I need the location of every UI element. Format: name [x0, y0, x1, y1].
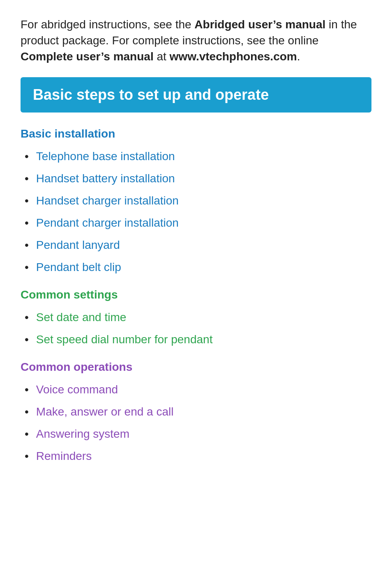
- list-item[interactable]: Pendant charger installation: [25, 214, 371, 232]
- common-settings-list: Set date and time Set speed dial number …: [21, 309, 371, 348]
- list-item[interactable]: Set date and time: [25, 309, 371, 326]
- list-item[interactable]: Set speed dial number for pendant: [25, 331, 371, 348]
- bold-complete-manual: Complete user’s manual: [21, 50, 154, 63]
- list-item[interactable]: Handset battery installation: [25, 170, 371, 187]
- banner-text: Basic steps to set up and operate: [33, 86, 269, 103]
- list-item[interactable]: Reminders: [25, 448, 371, 465]
- list-item[interactable]: Pendant belt clip: [25, 259, 371, 276]
- header-banner: Basic steps to set up and operate: [21, 77, 371, 113]
- basic-installation-list: Telephone base installation Handset batt…: [21, 148, 371, 276]
- basic-installation-section: Basic installation Telephone base instal…: [21, 127, 371, 276]
- list-item[interactable]: Answering system: [25, 425, 371, 443]
- common-operations-list: Voice command Make, answer or end a call…: [21, 381, 371, 465]
- common-settings-title: Common settings: [21, 288, 371, 301]
- list-item[interactable]: Handset charger installation: [25, 192, 371, 209]
- bold-abridged-manual: Abridged user’s manual: [194, 18, 325, 31]
- common-operations-section: Common operations Voice command Make, an…: [21, 361, 371, 465]
- bold-website: www.vtechphones.com: [170, 50, 297, 63]
- basic-installation-title: Basic installation: [21, 127, 371, 140]
- list-item[interactable]: Pendant lanyard: [25, 237, 371, 254]
- list-item[interactable]: Make, answer or end a call: [25, 403, 371, 420]
- list-item[interactable]: Voice command: [25, 381, 371, 398]
- common-settings-section: Common settings Set date and time Set sp…: [21, 288, 371, 348]
- intro-paragraph: For abridged instructions, see the Abrid…: [21, 16, 371, 65]
- list-item[interactable]: Telephone base installation: [25, 148, 371, 165]
- common-operations-title: Common operations: [21, 361, 371, 374]
